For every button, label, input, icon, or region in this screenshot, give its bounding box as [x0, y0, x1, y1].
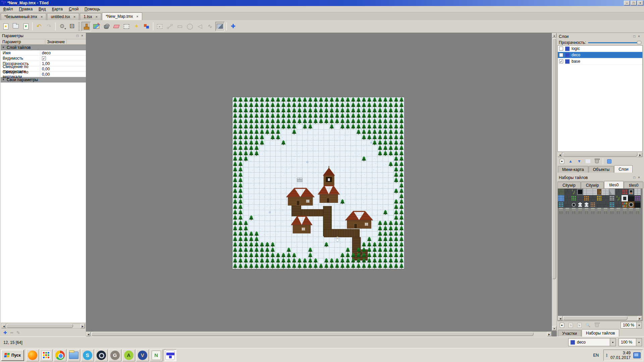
doc-tab[interactable]: untitled.tsx× [47, 13, 79, 20]
duplicate-layer-button[interactable] [584, 158, 592, 165]
close-tab-icon[interactable]: × [136, 14, 138, 18]
properties-hscrollbar[interactable]: ◀ ▶ [1, 323, 85, 328]
tileset-tab-tiles0[interactable]: tiles0 [604, 181, 624, 188]
menu-Карта[interactable]: Карта [49, 6, 66, 12]
insert-tile-object-icon[interactable] [215, 22, 225, 31]
taskbar-app-notepad-plus-plus[interactable]: N [150, 349, 163, 361]
tileset-hscrollbar[interactable]: ◀ ▶ [558, 316, 642, 321]
taskbar-app-steam[interactable] [95, 349, 108, 361]
close-button[interactable]: × [637, 1, 643, 5]
tileset-view[interactable]: ◀ ▶ [557, 188, 643, 321]
add-property-button[interactable]: ✚ [3, 330, 7, 335]
property-row[interactable]: Имяdeco [1, 50, 86, 56]
same-tile-select-icon[interactable] [142, 22, 151, 31]
insert-polygon-icon[interactable]: ◁ [195, 22, 205, 31]
redo-icon[interactable]: ↷ [44, 22, 54, 31]
add-layer-button[interactable]: ★ [558, 158, 566, 165]
close-tab-icon[interactable]: × [73, 15, 75, 19]
doc-tab[interactable]: *New_Map.tmx× [102, 12, 142, 20]
close-panel-icon[interactable]: × [637, 175, 641, 180]
new-map-icon[interactable]: ★ [1, 22, 10, 31]
layer-visibility-checkbox[interactable]: ✓ [559, 53, 563, 57]
taskbar-app-android-studio[interactable]: A [122, 349, 135, 361]
magic-wand-icon[interactable]: ✦ [132, 22, 141, 31]
menu-Файл[interactable]: Файл [0, 6, 16, 12]
start-button[interactable]: Пуск [1, 350, 24, 361]
layer-visibility-checkbox[interactable] [559, 47, 563, 51]
tab-Мини-карта[interactable]: Мини-карта [558, 166, 588, 173]
scroll-right-icon[interactable]: ▶ [638, 316, 642, 320]
delete-tileset-button[interactable] [593, 322, 600, 328]
export-tileset-button[interactable]: ↳ [576, 322, 583, 328]
taskbar-app-firefox[interactable] [26, 349, 39, 361]
minimize-button[interactable]: – [624, 1, 630, 5]
scroll-left-icon[interactable]: ◀ [558, 153, 562, 157]
close-tab-icon[interactable]: × [96, 15, 98, 19]
scroll-left-icon[interactable]: ◀ [2, 324, 6, 328]
canvas-vscrollbar[interactable]: ▲ ▼ [552, 33, 557, 331]
property-value[interactable]: 0,00 [40, 72, 86, 77]
tab-Объекты[interactable]: Объекты [589, 166, 614, 173]
float-panel-icon[interactable]: □ [75, 34, 80, 38]
move-view-icon[interactable]: ✚ [228, 22, 238, 31]
scroll-left-icon[interactable]: ◀ [558, 316, 562, 320]
show-hidden-icons[interactable]: ∧∧ [606, 354, 608, 357]
tileset-zoom-select[interactable]: 100 % ▼ [621, 322, 642, 328]
property-value[interactable]: deco [40, 51, 86, 55]
float-panel-icon[interactable]: □ [632, 175, 637, 180]
maximize-button[interactable]: □ [631, 1, 637, 5]
tileset-tab-Citywip[interactable]: Citywip [557, 182, 581, 188]
scroll-right-icon[interactable]: ▶ [80, 324, 85, 328]
zoom-select[interactable]: 100 % ▼ [619, 338, 642, 346]
menu-Слой[interactable]: Слой [66, 6, 82, 12]
tab-Наборы тайлов[interactable]: Наборы тайлов [582, 329, 619, 337]
tileset-tab-tiles0[interactable]: tiles0 [624, 182, 643, 188]
remove-property-button[interactable]: ━ [10, 330, 13, 335]
run-commands-icon[interactable]: ⚙▼ [57, 22, 67, 31]
random-icon[interactable]: ⚄ [67, 22, 77, 31]
scroll-down-icon[interactable]: ▼ [552, 326, 556, 330]
close-panel-icon[interactable]: × [637, 34, 641, 39]
insert-ellipse-icon[interactable]: ◯ [185, 22, 195, 31]
doc-tab[interactable]: *безымянный.tmx× [1, 13, 46, 20]
property-row[interactable]: Смещение по вертикали0,00 [1, 72, 86, 77]
map-view[interactable] [232, 97, 405, 269]
menu-Вид[interactable]: Вид [36, 6, 49, 12]
tab-Участки[interactable]: Участки [558, 330, 581, 337]
menu-Правка[interactable]: Правка [16, 6, 36, 12]
doc-tab[interactable]: 1.tsx× [80, 13, 101, 20]
insert-rectangle-icon[interactable]: ▭ [175, 22, 184, 31]
layers-hscrollbar[interactable]: ◀ ▶ [557, 152, 643, 157]
taskbar-app-skype[interactable]: S [81, 349, 94, 361]
taskbar-app-gimp[interactable]: G [109, 349, 121, 361]
taskbar-app-vault-boy[interactable]: V [136, 349, 149, 361]
insert-polyline-icon[interactable]: ∿ [205, 22, 215, 31]
eraser-icon[interactable] [112, 22, 121, 31]
property-value[interactable]: 1,00 [40, 61, 86, 66]
edit-property-button[interactable]: ✎ [16, 330, 20, 335]
scroll-up-icon[interactable]: ▲ [552, 33, 556, 38]
layer-row-logic[interactable]: logic [558, 46, 642, 52]
taskbar-app-file-explorer[interactable] [67, 349, 80, 361]
show-desktop-icon[interactable] [633, 352, 641, 358]
terrain-brush-icon[interactable] [92, 22, 101, 31]
tab-Слои[interactable]: Слои [614, 165, 633, 173]
stamp-brush-icon[interactable] [82, 22, 91, 31]
bucket-fill-icon[interactable] [102, 22, 111, 31]
float-panel-icon[interactable]: □ [632, 34, 637, 39]
menu-Помощь[interactable]: Помощь [82, 6, 103, 12]
property-value[interactable]: ✓ [40, 56, 86, 60]
taskbar-app-tiled[interactable] [164, 349, 176, 361]
taskbar-app-app-grid[interactable] [40, 349, 53, 361]
select-objects-icon[interactable]: ▸ [155, 22, 164, 31]
lower-layer-button[interactable]: ▼ [576, 158, 583, 165]
property-row[interactable]: Видимость✓ [1, 56, 86, 61]
tileset-properties-button[interactable]: 🔍 [584, 322, 592, 328]
close-tab-icon[interactable]: × [41, 15, 43, 19]
raise-layer-button[interactable]: ▲ [567, 158, 574, 165]
delete-layer-button[interactable] [593, 158, 600, 165]
layer-row-base[interactable]: ✓base [558, 58, 642, 65]
language-indicator[interactable]: EN [591, 353, 601, 358]
close-panel-icon[interactable]: × [80, 34, 85, 38]
checkbox[interactable]: ✓ [42, 56, 46, 60]
